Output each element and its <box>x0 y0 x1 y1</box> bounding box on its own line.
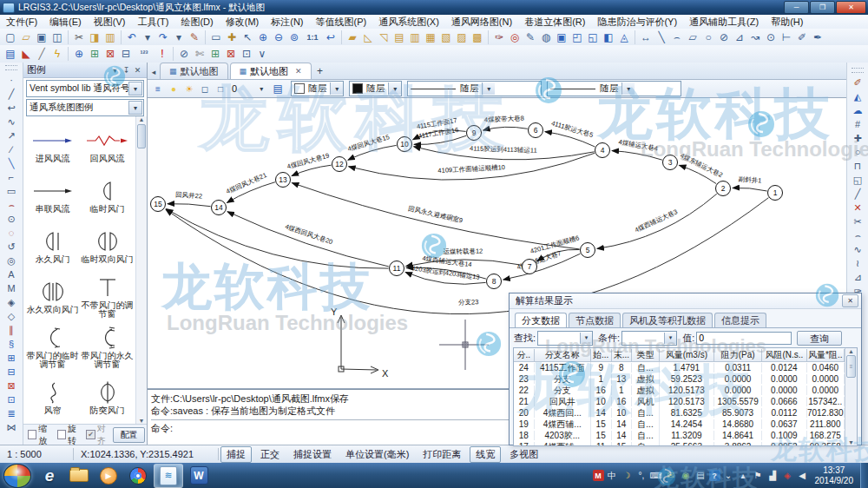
ie-icon[interactable]: e <box>36 465 63 487</box>
moon-icon[interactable]: ☽ <box>621 469 634 483</box>
results-tab[interactable]: 节点数据 <box>569 313 621 327</box>
revcloud-tool-icon[interactable]: ↺ <box>3 240 19 254</box>
numbering-icon[interactable]: ¹²³ <box>134 47 155 61</box>
circle-tool-icon[interactable]: ⊙ <box>3 212 19 226</box>
cloud-tool-icon[interactable]: ☁ <box>850 103 865 117</box>
zoom-1-1-icon[interactable]: 1:1 <box>302 30 323 44</box>
measure-arc-icon[interactable]: ⌢ <box>669 30 685 44</box>
null-slash-icon[interactable]: ⊘ <box>176 47 192 61</box>
triangle-tool-icon[interactable]: ◭ <box>850 89 865 103</box>
deg-icon[interactable]: °, <box>635 469 648 483</box>
node-7[interactable]: 7 <box>523 260 537 274</box>
measure-circle-icon[interactable]: ○ <box>700 30 716 44</box>
ray-tool-icon[interactable]: ∕ <box>3 142 19 156</box>
column-header[interactable]: 风量(m3/s) <box>660 349 714 361</box>
table-row[interactable]: 21回风井1016风机120.51731305.55790.0666157342… <box>514 396 845 407</box>
squiggle-tool-icon[interactable]: ≀ <box>850 256 865 270</box>
zoom-window-icon[interactable]: ⊚ <box>286 30 302 44</box>
node-6[interactable]: 6 <box>529 123 543 138</box>
line-tool-icon[interactable]: ╱ <box>3 87 19 101</box>
sel-r-icon[interactable]: ⊡ <box>239 47 254 61</box>
table-row[interactable]: 22分支161虚拟120.51730.00000.00000.0000 <box>514 385 845 396</box>
results-tab[interactable]: 信息提示 <box>714 313 766 327</box>
legend-item[interactable]: 回风风流 <box>80 120 135 170</box>
menu-item[interactable]: 工具(T) <box>131 16 174 29</box>
region-tool-icon[interactable]: ◰ <box>569 30 585 44</box>
condition-combo[interactable]: ▾ <box>621 331 677 346</box>
column-header[interactable]: 风量*阻.. <box>807 349 845 361</box>
chevron-down-icon[interactable]: ▾ <box>388 82 401 95</box>
security-icon[interactable]: ◈ <box>781 469 794 483</box>
draw-hatch2-icon[interactable]: ▨ <box>454 30 470 44</box>
print-icon[interactable]: ◫ <box>49 30 65 44</box>
table-row[interactable]: 244115工作面98自...1.47910.03110.01240.0460 <box>514 362 845 373</box>
undo-caret-icon[interactable]: ▾ <box>140 30 155 44</box>
print-style-icon[interactable]: ▤ <box>270 82 286 96</box>
draw-seam-icon[interactable]: ▤ <box>391 30 407 44</box>
select-window-icon[interactable]: ▭ <box>208 30 224 44</box>
red-marker-icon[interactable]: ◣ <box>18 47 34 61</box>
circle-tool-icon[interactable]: ○ <box>850 145 865 159</box>
map-tab[interactable]: ▦默认地图 <box>160 63 228 79</box>
match-h-icon[interactable]: ≣ <box>3 406 19 420</box>
distribute-icon[interactable]: ⊡ <box>3 392 19 406</box>
draw-slope-icon[interactable]: ◺ <box>360 30 376 44</box>
zoom-in-icon[interactable]: ⊕ <box>255 30 271 44</box>
bylayer-combo-3[interactable]: 随层▾ <box>547 81 681 96</box>
branch-edge[interactable] <box>483 127 528 130</box>
results-tab[interactable]: 分支数据 <box>515 313 567 327</box>
msg-icon[interactable]: ✉ <box>665 469 678 483</box>
status-toggle[interactable]: 打印距离 <box>418 447 466 462</box>
column-header[interactable]: 分支名称 <box>535 349 591 361</box>
legend-item[interactable]: 永久风门 <box>25 221 80 271</box>
measure-seg-icon[interactable]: ╲ <box>654 30 669 44</box>
corner-tool-icon[interactable]: ◱ <box>850 173 865 187</box>
region2-tool-icon[interactable]: ◱ <box>585 30 601 44</box>
close-icon[interactable]: ✕ <box>132 66 143 75</box>
menu-item[interactable]: 通风系统图(X) <box>372 16 445 29</box>
status-toggle[interactable]: 捕捉 <box>220 446 252 463</box>
new-file-icon[interactable]: ▢ <box>3 30 18 44</box>
annotate-pen-icon[interactable]: ✑ <box>491 30 507 44</box>
bylayer-combo-1[interactable]: 随层▾ <box>349 81 402 96</box>
curve-tool-icon[interactable]: § <box>3 337 19 351</box>
menu-item[interactable]: 巷道立体图(R) <box>518 16 591 29</box>
trim-tool-icon[interactable]: ✂ <box>850 214 865 228</box>
branch-edge[interactable] <box>168 204 211 207</box>
node-1[interactable]: 1 <box>768 186 783 201</box>
column-header[interactable]: 末... <box>612 349 633 361</box>
node-10[interactable]: 10 <box>398 137 412 152</box>
table-row[interactable]: 204煤西回...1410自...81.632585.90730.0112701… <box>514 407 845 419</box>
dim-tool-icon[interactable]: ⊢ <box>779 30 794 44</box>
line-tool-icon[interactable]: ╱ <box>850 187 865 201</box>
draw-section-icon[interactable]: ▥ <box>407 30 423 44</box>
erase-icon[interactable]: ✄ <box>192 47 207 61</box>
value-input[interactable] <box>696 332 792 345</box>
parallel-tool-icon[interactable]: ∥ <box>3 323 19 337</box>
alert-icon[interactable]: ! <box>155 47 170 61</box>
close-icon[interactable]: ✕ <box>842 294 858 307</box>
point-mark-icon[interactable]: ⊙ <box>763 30 779 44</box>
add-rect-icon[interactable]: ⊞ <box>87 47 102 61</box>
draw-roadway-icon[interactable]: ▰ <box>345 30 360 44</box>
legend-scrollbar[interactable]: ▲ ▼ <box>135 116 147 424</box>
sketch-pen-icon[interactable]: ✐ <box>794 30 810 44</box>
map-tab[interactable]: ▦默认地图✕ <box>230 63 312 79</box>
sel-del-icon[interactable]: ⊠ <box>223 47 239 61</box>
legend-item[interactable]: 串联风流 <box>25 170 80 221</box>
block-tool-icon[interactable]: ◧ <box>601 30 616 44</box>
undo-icon[interactable]: ↶ <box>124 30 140 44</box>
branch-edge[interactable] <box>733 188 767 191</box>
paste-icon[interactable]: ▥ <box>102 30 118 44</box>
measure-dist-icon[interactable]: ↔ <box>638 30 654 44</box>
grid-tool-icon[interactable]: # <box>850 117 865 131</box>
lightning-icon[interactable]: ϟ <box>49 47 65 61</box>
close-icon[interactable]: ✕ <box>295 67 302 76</box>
edit-pen-icon[interactable]: ✎ <box>523 30 538 44</box>
tab-scroll-left-icon[interactable]: ◂ <box>148 68 160 79</box>
redo-caret-icon[interactable]: ▾ <box>171 30 187 44</box>
sun-icon[interactable]: ☀ <box>181 82 197 96</box>
action-flag-icon[interactable]: ⚑ <box>752 469 765 483</box>
node-15[interactable]: 15 <box>151 197 166 212</box>
scroll-thumb[interactable]: ≡ <box>846 355 856 378</box>
